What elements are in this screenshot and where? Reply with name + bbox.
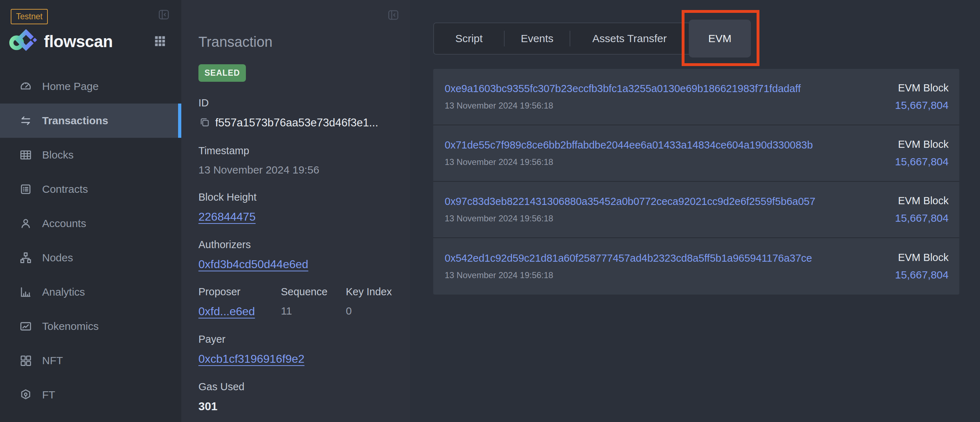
evm-block-number-link[interactable]: 15,667,804 [895, 156, 948, 168]
evm-block-label: EVM Block [898, 195, 948, 207]
proposer-row: Proposer 0xfd...e6ed Sequence 11 Key Ind… [199, 286, 396, 318]
flowscan-app: Testnet [0, 0, 980, 422]
tab-script[interactable]: Script [434, 32, 504, 45]
field-timestamp: Timestamp 13 November 2024 19:56 [199, 145, 396, 176]
key-index-value: 0 [346, 305, 396, 317]
sidebar-item-nodes[interactable]: Nodes [0, 240, 181, 275]
field-authorizers: Authorizers 0xfd3b4cd50d44e6ed [199, 239, 396, 271]
sidebar-item-analytics[interactable]: Analytics [0, 275, 181, 309]
evm-block-label: EVM Block [898, 139, 948, 150]
sidebar-menu: Home Page Transactions Blocks [0, 69, 181, 412]
field-payer: Payer 0xcb1cf3196916f9e2 [199, 333, 396, 366]
evm-transaction-hash-link[interactable]: 0xe9a1603bc9355fc307b23eccfb3bfc1a3255a0… [445, 83, 801, 95]
swap-arrows-icon [19, 114, 32, 127]
sidebar-item-home-page[interactable]: Home Page [0, 69, 181, 104]
evm-transaction-row: 0xe9a1603bc9355fc307b23eccfb3bfc1a3255a0… [433, 69, 959, 125]
payer-link[interactable]: 0xcb1cf3196916f9e2 [199, 352, 304, 366]
sequence-value: 11 [281, 305, 346, 317]
sidebar-item-label: Nodes [42, 252, 73, 264]
brand[interactable]: flowscan [9, 29, 113, 54]
gauge-icon [19, 80, 32, 93]
sidebar-collapse-icon[interactable] [158, 8, 170, 22]
token-cube-icon [19, 388, 32, 402]
evm-transaction-timestamp: 13 November 2024 19:56:18 [445, 270, 812, 280]
sidebar-item-accounts[interactable]: Accounts [0, 206, 181, 240]
evm-block-number-link[interactable]: 15,667,804 [895, 269, 948, 281]
squares-grid-icon [19, 354, 32, 367]
evm-row-list: 0xe9a1603bc9355fc307b23eccfb3bfc1a3255a0… [433, 69, 959, 295]
status-badge: SEALED [199, 64, 246, 82]
evm-block-label: EVM Block [898, 82, 948, 94]
field-block-height: Block Height 226844475 [199, 191, 396, 223]
authorizer-link[interactable]: 0xfd3b4cd50d44e6ed [199, 258, 309, 271]
field-label: Sequence [281, 286, 346, 298]
panel-collapse-icon[interactable] [387, 9, 400, 23]
brand-name: flowscan [44, 32, 113, 51]
field-gas-used: Gas Used 301 [199, 381, 396, 413]
evm-transaction-row: 0x97c83d3eb8221431306880a35452a0b0772cec… [433, 182, 959, 238]
timestamp-value: 13 November 2024 19:56 [199, 164, 396, 176]
sidebar-item-contracts[interactable]: Contracts [0, 172, 181, 206]
field-label: Key Index [346, 286, 396, 298]
field-label: ID [199, 97, 396, 109]
gas-used-value: 301 [199, 400, 396, 413]
tab-assets-transfer[interactable]: Assets Transfer [570, 32, 689, 45]
evm-transaction-timestamp: 13 November 2024 19:56:18 [445, 101, 801, 111]
evm-block-number-link[interactable]: 15,667,804 [895, 99, 948, 111]
person-icon [19, 217, 32, 230]
document-list-icon [19, 182, 32, 196]
field-label: Block Height [199, 191, 396, 203]
sidebar-item-nft[interactable]: NFT [0, 344, 181, 378]
network-badge: Testnet [11, 9, 48, 24]
evm-transaction-row: 0x71de55c7f989c8ce6bb2bffabdbe2044ee6a01… [433, 125, 959, 182]
sidebar-item-label: Tokenomics [42, 320, 99, 333]
sidebar-item-label: FT [42, 389, 55, 401]
sidebar-item-label: Transactions [42, 115, 108, 127]
sidebar-item-label: Home Page [42, 80, 99, 92]
tab-events[interactable]: Events [504, 32, 570, 45]
proposer-link[interactable]: 0xfd...e6ed [199, 305, 255, 318]
sidebar-item-label: Contracts [42, 183, 88, 195]
field-label: Timestamp [199, 145, 396, 157]
sidebar-item-tokenomics[interactable]: Tokenomics [0, 309, 181, 344]
flowscan-logo-icon [9, 29, 38, 54]
field-label: Proposer [199, 286, 281, 298]
sidebar: Testnet [0, 0, 181, 422]
transaction-id[interactable]: f557a1573b76aa53e73d46f3e1... [215, 116, 378, 129]
evm-transaction-row: 0x542ed1c92d59c21d81a60f258777457ad4b232… [433, 238, 959, 295]
evm-transaction-hash-link[interactable]: 0x71de55c7f989c8ce6bb2bffabdbe2044ee6a01… [445, 139, 813, 151]
field-id: ID f557a1573b76aa53e73d46f3e1... [199, 97, 396, 130]
tab-bar: Script Events Assets Transfer EVM [433, 22, 751, 55]
tab-evm[interactable]: EVM [689, 20, 751, 57]
panel-title: Transaction [199, 34, 396, 50]
evm-transaction-hash-link[interactable]: 0x542ed1c92d59c21d81a60f258777457ad4b232… [445, 252, 812, 264]
hierarchy-icon [19, 251, 32, 264]
table-grid-icon [19, 148, 32, 162]
block-height-link[interactable]: 226844475 [199, 210, 256, 223]
sidebar-item-ft[interactable]: FT [0, 378, 181, 412]
sidebar-item-transactions[interactable]: Transactions [0, 104, 181, 138]
field-label: Payer [199, 333, 396, 345]
transaction-panel: Transaction SEALED ID f557a1573b76aa53e7… [181, 0, 410, 422]
evm-transaction-timestamp: 13 November 2024 19:56:18 [445, 213, 816, 223]
sidebar-item-label: Accounts [42, 217, 86, 229]
sidebar-item-label: NFT [42, 355, 63, 367]
line-chart-icon [19, 320, 32, 333]
sidebar-item-blocks[interactable]: Blocks [0, 138, 181, 172]
evm-transaction-timestamp: 13 November 2024 19:56:18 [445, 157, 813, 167]
main-content: Script Events Assets Transfer EVM 0xe9a1… [410, 0, 980, 422]
copy-icon[interactable] [199, 116, 210, 130]
evm-block-label: EVM Block [898, 252, 948, 263]
sidebar-item-label: Blocks [42, 149, 73, 161]
apps-grid-icon[interactable] [153, 35, 166, 49]
sidebar-item-label: Analytics [42, 286, 85, 298]
field-label: Gas Used [199, 381, 396, 393]
evm-transaction-hash-link[interactable]: 0x97c83d3eb8221431306880a35452a0b0772cec… [445, 196, 816, 207]
evm-block-number-link[interactable]: 15,667,804 [895, 212, 948, 224]
field-label: Authorizers [199, 239, 396, 251]
bar-chart-icon [19, 285, 32, 299]
